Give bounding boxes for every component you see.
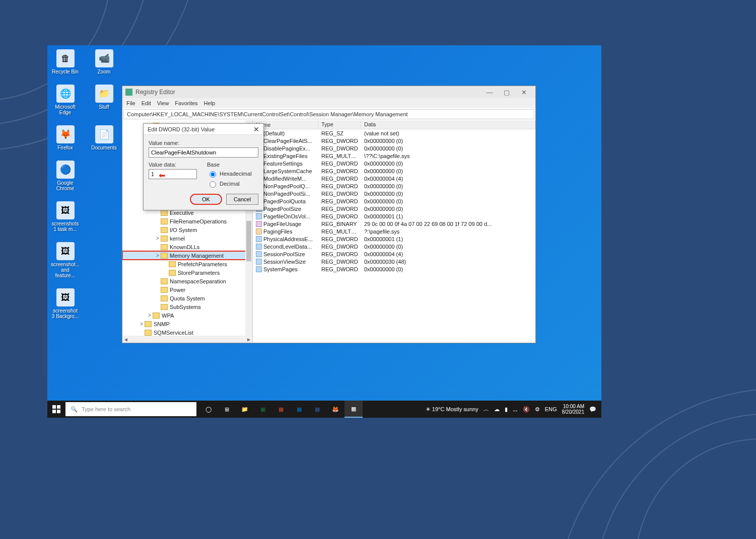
tree-item[interactable]: Quota System [122,294,252,302]
value-row[interactable]: ModifiedWriteM...REG_DWORD0x00000004 (4) [253,175,535,182]
value-row[interactable]: SystemPagesREG_DWORD0x00000000 (0) [253,265,535,273]
cancel-button[interactable]: Cancel [226,194,258,205]
radio-hex-input[interactable] [210,171,216,178]
windows-icon [52,405,60,413]
minimize-button[interactable]: — [481,89,498,96]
tree-item[interactable]: FileRenameOperations [122,217,252,225]
word-button[interactable]: ▦ [308,401,326,418]
desktop-icon[interactable]: 🗑Recycle Bin [51,49,79,74]
value-row[interactable]: SessionViewSizeREG_DWORD0x00000030 (48) [253,258,535,265]
regedit-icon [125,89,132,96]
desktop-icon[interactable]: 🖼screenshots 1 task m... [51,201,79,232]
address-bar[interactable]: Computer\HKEY_LOCAL_MACHINE\SYSTEM\Curre… [123,109,534,119]
dialog-title-bar[interactable]: Edit DWORD (32-bit) Value ✕ [144,124,263,135]
firefox-button[interactable]: 🦊 [326,401,345,418]
radio-hexadecimal[interactable]: Hexadecimal [207,170,258,178]
menu-item[interactable]: Favorites [175,100,197,106]
title-bar[interactable]: Registry Editor — ▢ ✕ [122,86,535,98]
maximize-button[interactable]: ▢ [498,89,515,96]
folder-icon [161,210,168,216]
value-row[interactable]: FeatureSettingsREG_DWORD0x00000000 (0) [253,160,535,167]
value-row[interactable]: LargeSystemCacheREG_DWORD0x00000000 (0) [253,167,535,175]
value-row[interactable]: PhysicalAddressE...REG_DWORD0x00000001 (… [253,235,535,243]
cortana-button[interactable]: ⊞ [218,401,236,418]
file-explorer-button[interactable]: 📁 [236,401,254,418]
desktop-icon[interactable]: 📹Zoom [90,49,118,74]
value-row[interactable]: DisablePagingEx...REG_DWORD0x00000000 (0… [253,144,535,152]
menu-item[interactable]: File [126,100,135,106]
outlook-button[interactable]: ▦ [290,401,308,418]
excel-button[interactable]: ▦ [254,401,272,418]
list-header[interactable]: Name Type Data [253,120,535,129]
clock[interactable]: 10:00 AM 8/20/2021 [562,404,585,415]
wifi-icon[interactable]: ⚋ [513,406,518,413]
desktop-icon-label: Stuff [99,104,109,110]
close-button[interactable]: ✕ [515,89,532,96]
ok-button[interactable]: OK [190,194,222,205]
dialog-close-button[interactable]: ✕ [253,125,259,133]
value-row[interactable]: SecondLevelData...REG_DWORD0x00000000 (0… [253,243,535,250]
value-row[interactable]: SessionPoolSizeREG_DWORD0x00000004 (4) [253,250,535,258]
tree-item[interactable]: I/O System [122,225,252,234]
tree-scrollbar-horiz[interactable]: ◄► [122,336,252,343]
desktop-icon[interactable]: 🌐Microsoft Edge [51,85,79,115]
value-row[interactable]: PagingFilesREG_MULTI_SZ?:\pagefile.sys [253,227,535,235]
tree-item[interactable]: >SNMP [122,320,252,328]
menu-item[interactable]: View [157,100,169,106]
tree-item-label: Power [170,287,185,293]
tree-item[interactable]: NamespaceSeparation [122,277,252,285]
col-data[interactable]: Data [361,120,535,129]
expand-icon[interactable]: > [139,321,145,327]
radio-dec-input[interactable] [210,181,216,188]
notifications-icon[interactable]: 💬 [589,406,596,413]
language-indicator[interactable]: ENG [545,406,557,412]
desktop-icon[interactable]: 🖼screenshot... and feature... [51,242,79,278]
tree-item[interactable]: Power [122,285,252,294]
regedit-taskbar-button[interactable]: ▩ [345,401,363,418]
tree-item[interactable]: >Memory Management [122,251,252,260]
value-row[interactable]: PagefileOnOsVol...REG_DWORD0x00000001 (1… [253,212,535,220]
menu-item[interactable]: Help [204,100,216,106]
value-row[interactable]: ExistingPageFilesREG_MULTI_SZ\??\C:\page… [253,152,535,160]
desktop[interactable]: 🗑Recycle Bin📹Zoom🌐Microsoft Edge📁Stuff🦊F… [47,45,601,418]
value-row[interactable]: ClearPageFileAtS...REG_DWORD0x00000000 (… [253,137,535,144]
tree-item[interactable]: >WPA [122,311,252,320]
desktop-icon[interactable]: 📁Stuff [90,85,118,115]
desktop-icon[interactable]: 🔵Google Chrome [51,161,79,191]
task-view-button[interactable]: ◯ [199,401,218,418]
desktop-icon[interactable]: 📄Documents [90,125,118,150]
desktop-icon[interactable]: 🦊Firefox [51,125,79,150]
value-name-input[interactable] [149,147,258,158]
value-row[interactable]: (Default)REG_SZ(value not set) [253,129,535,137]
tree-item[interactable]: SubSystems [122,302,252,311]
settings-tray-icon[interactable]: ⚙ [535,406,540,413]
value-row[interactable]: PagedPoolSizeREG_DWORD0x00000000 (0) [253,205,535,212]
volume-icon[interactable]: 🔇 [523,406,530,413]
menu-item[interactable]: Edit [142,100,151,106]
expand-icon[interactable]: > [155,236,161,241]
onedrive-icon[interactable]: ☁ [494,406,500,413]
value-data-input[interactable] [149,169,197,179]
expand-icon[interactable]: > [147,313,153,318]
value-row[interactable]: PagedPoolQuotaREG_DWORD0x00000000 (0) [253,197,535,205]
registry-values-list[interactable]: Name Type Data (Default)REG_SZ(value not… [253,120,535,343]
weather-widget[interactable]: ☀ 19°C Mostly sunny [426,406,478,413]
tree-item[interactable]: StoreParameters [122,268,252,277]
value-row[interactable]: NonPagedPoolSi...REG_DWORD0x00000000 (0) [253,190,535,197]
tree-item[interactable]: PrefetchParameters [122,260,252,268]
radio-decimal[interactable]: Decimal [207,180,258,188]
value-name: SessionPoolSize [263,251,305,257]
desktop-icon[interactable]: 🖼screenshot 3 Backgro... [51,288,79,319]
start-button[interactable] [47,401,65,418]
tree-item[interactable]: >kernel [122,234,252,243]
tree-item[interactable]: KnownDLLs [122,243,252,251]
value-row[interactable]: PageFileUsageREG_BINARY29 0c 00 00 0f 4a… [253,220,535,227]
value-type: REG_DWORD [318,259,361,265]
powerpoint-button[interactable]: ▦ [272,401,290,418]
col-type[interactable]: Type [318,120,361,129]
value-row[interactable]: NonPagedPoolQ...REG_DWORD0x00000000 (0) [253,182,535,190]
search-box[interactable]: 🔍 Type here to search [65,402,196,416]
battery-icon[interactable]: ▮ [505,406,508,413]
expand-icon[interactable]: > [155,253,161,258]
tray-chevron-icon[interactable]: ︿ [484,406,489,413]
